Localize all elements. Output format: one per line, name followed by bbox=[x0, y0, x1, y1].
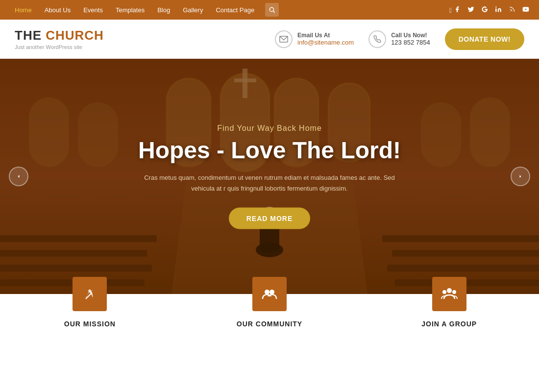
hero-content: Find Your Way Back Home Hopes - Love The… bbox=[98, 124, 441, 229]
social-links:  bbox=[449, 6, 529, 14]
facebook-icon[interactable]:  bbox=[449, 6, 461, 14]
svg-point-3 bbox=[510, 11, 510, 11]
site-header: THE CHURCH Just another WordPress site E… bbox=[0, 20, 539, 59]
hero-slider: Find Your Way Back Home Hopes - Love The… bbox=[0, 59, 539, 294]
svg-point-32 bbox=[265, 290, 270, 294]
donate-button[interactable]: DONATE NOW! bbox=[445, 28, 524, 50]
svg-point-2 bbox=[495, 6, 496, 7]
group-card: JOIN A GROUP bbox=[359, 294, 539, 328]
hero-description: Cras metus quam, condimentum ut venen ru… bbox=[132, 172, 407, 194]
group-title: JOIN A GROUP bbox=[421, 320, 477, 328]
read-more-button[interactable]: READ MORE bbox=[229, 207, 311, 229]
hero-title: Hopes - Love The Lord! bbox=[98, 138, 441, 164]
svg-point-36 bbox=[442, 290, 446, 294]
mission-icon bbox=[81, 285, 98, 303]
logo[interactable]: THE CHURCH Just another WordPress site bbox=[15, 28, 104, 50]
slider-prev-button[interactable] bbox=[9, 167, 28, 186]
feature-cards: OUR MISSION OUR COMMUNITY bbox=[0, 294, 539, 392]
twitter-icon[interactable] bbox=[467, 6, 474, 14]
nav-blog[interactable]: Blog bbox=[152, 4, 175, 16]
nav-home[interactable]: Home bbox=[10, 4, 37, 16]
slider-next-button[interactable] bbox=[511, 167, 530, 186]
logo-the: THE bbox=[15, 28, 46, 43]
community-title: OUR COMMUNITY bbox=[237, 320, 302, 328]
svg-line-1 bbox=[273, 11, 275, 13]
svg-line-31 bbox=[86, 293, 92, 299]
svg-point-33 bbox=[270, 290, 274, 294]
nav-gallery[interactable]: Gallery bbox=[178, 4, 208, 16]
nav-events[interactable]: Events bbox=[78, 4, 108, 16]
group-icon-box bbox=[432, 277, 466, 311]
search-button[interactable] bbox=[265, 3, 279, 17]
svg-point-37 bbox=[452, 290, 456, 294]
googleplus-icon[interactable] bbox=[481, 6, 488, 14]
logo-subtitle: Just another WordPress site bbox=[15, 44, 104, 50]
community-card: OUR COMMUNITY bbox=[180, 294, 360, 328]
top-navigation: Home About Us Events Templates Blog Gall… bbox=[0, 0, 539, 20]
email-text: Email Us At info@sitename.com bbox=[297, 32, 354, 46]
linkedin-icon[interactable] bbox=[495, 6, 502, 14]
logo-church: CHURCH bbox=[46, 28, 104, 43]
nav-contact[interactable]: Contact Page bbox=[211, 4, 259, 16]
svg-point-0 bbox=[270, 7, 274, 11]
community-icon bbox=[261, 285, 278, 303]
mission-title: OUR MISSION bbox=[64, 320, 116, 328]
youtube-icon[interactable] bbox=[522, 6, 529, 14]
mission-card: OUR MISSION bbox=[0, 294, 180, 328]
phone-text: Call Us Now! 123 852 7854 bbox=[391, 32, 430, 46]
phone-contact: Call Us Now! 123 852 7854 bbox=[368, 30, 430, 48]
hero-subtitle: Find Your Way Back Home bbox=[98, 124, 441, 133]
nav-templates[interactable]: Templates bbox=[111, 4, 149, 16]
community-icon-box bbox=[252, 277, 287, 311]
rss-icon[interactable] bbox=[509, 6, 515, 14]
email-icon bbox=[275, 30, 293, 48]
svg-point-35 bbox=[447, 288, 452, 293]
group-icon bbox=[441, 285, 458, 303]
nav-about[interactable]: About Us bbox=[40, 4, 75, 16]
email-contact: Email Us At info@sitename.com bbox=[275, 30, 354, 48]
mission-icon-box bbox=[73, 277, 107, 311]
header-contact: Email Us At info@sitename.com Call Us No… bbox=[275, 28, 524, 50]
nav-links: Home About Us Events Templates Blog Gall… bbox=[10, 3, 279, 17]
phone-icon bbox=[368, 30, 386, 48]
logo-title: THE CHURCH bbox=[15, 28, 104, 43]
